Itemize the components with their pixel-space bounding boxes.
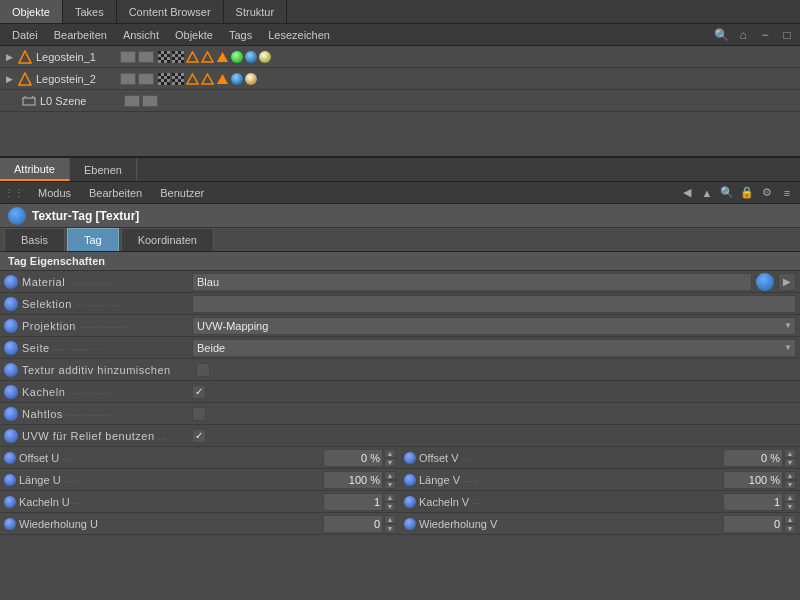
seite-select[interactable]: Beide Front Back — [192, 339, 796, 357]
menu-ansicht[interactable]: Ansicht — [115, 27, 167, 43]
ind-kacheln-u — [4, 496, 16, 508]
object-row-szene[interactable]: L0 Szene — [0, 90, 800, 112]
material-arrow-btn[interactable]: ▶ — [778, 273, 796, 291]
tag-tri-outline-1b[interactable] — [201, 51, 214, 63]
spin-up-wdh-u[interactable]: ▲ — [384, 515, 396, 524]
tag-tri-filled-1a[interactable] — [216, 51, 229, 63]
state-vis-szene[interactable] — [124, 95, 140, 107]
uvw-relief-checkbox[interactable] — [192, 429, 206, 443]
input-laenge-v[interactable] — [723, 471, 783, 489]
search-icon[interactable]: 🔍 — [712, 26, 730, 44]
tag-checker-2a[interactable] — [158, 73, 170, 85]
menu-lesezeichen[interactable]: Lesezeichen — [260, 27, 338, 43]
spin-wdh-v: ▲ ▼ — [784, 515, 796, 533]
input-kacheln-v[interactable] — [723, 493, 783, 511]
ind-kacheln-v — [404, 496, 416, 508]
menu-tags[interactable]: Tags — [221, 27, 260, 43]
section-tab-tag[interactable]: Tag — [67, 228, 119, 251]
state-vis-1[interactable] — [120, 51, 136, 63]
tag-checker-2b[interactable] — [172, 73, 184, 85]
state-lock-2[interactable] — [138, 73, 154, 85]
spin-dn-kacheln-u[interactable]: ▼ — [384, 502, 396, 511]
input-offset-u[interactable] — [323, 449, 383, 467]
label-laenge-v: Länge V ······ — [419, 474, 723, 486]
tag-tri-outline-1a[interactable] — [186, 51, 199, 63]
state-lock-1[interactable] — [138, 51, 154, 63]
object-row-legostein2[interactable]: ▶ Legostein_2 — [0, 68, 800, 90]
lock-icon[interactable]: 🔒 — [738, 184, 756, 202]
svg-marker-2 — [202, 52, 213, 62]
arrow-up-icon[interactable]: ▲ — [698, 184, 716, 202]
state-lock-szene[interactable] — [142, 95, 158, 107]
tag-ball-yellow-1[interactable] — [259, 51, 271, 63]
input-laenge-u[interactable] — [323, 471, 383, 489]
tag-ball-blue-2a[interactable] — [231, 73, 243, 85]
tag-ball-green-1[interactable] — [231, 51, 243, 63]
tab-content-browser[interactable]: Content Browser — [117, 0, 224, 23]
spin-up-offset-u[interactable]: ▲ — [384, 449, 396, 458]
state-vis-2[interactable] — [120, 73, 136, 85]
spin-dn-wdh-v[interactable]: ▼ — [784, 524, 796, 533]
textur-additiv-checkbox[interactable] — [196, 363, 210, 377]
input-wdh-u[interactable] — [323, 515, 383, 533]
material-input[interactable] — [192, 273, 752, 291]
tag-tri-outline-2b[interactable] — [201, 73, 214, 85]
expand-icon-2[interactable]: ▶ — [2, 74, 16, 84]
attr-benutzer[interactable]: Benutzer — [152, 185, 212, 201]
minus-icon[interactable]: − — [756, 26, 774, 44]
spin-up-laenge-u[interactable]: ▲ — [384, 471, 396, 480]
spin-dn-laenge-v[interactable]: ▼ — [784, 480, 796, 489]
tag-ball-orange-2[interactable] — [245, 73, 257, 85]
spin-up-offset-v[interactable]: ▲ — [784, 449, 796, 458]
object-row-legostein1[interactable]: ▶ Legostein_1 — [0, 46, 800, 68]
projektion-select[interactable]: UVW-Mapping Flat Cubic Spherical — [192, 317, 796, 335]
prop-label-kacheln: Kacheln ················ — [22, 386, 192, 398]
selektion-input[interactable] — [192, 295, 796, 313]
settings-icon[interactable]: ⚙ — [758, 184, 776, 202]
spin-dn-kacheln-v[interactable]: ▼ — [784, 502, 796, 511]
tag-checker-1[interactable] — [158, 51, 170, 63]
attr-bearbeiten[interactable]: Bearbeiten — [81, 185, 150, 201]
nahtlos-checkbox[interactable] — [192, 407, 206, 421]
kacheln-checkbox[interactable] — [192, 385, 206, 399]
attr-modus[interactable]: Modus — [30, 185, 79, 201]
spin-up-laenge-v[interactable]: ▲ — [784, 471, 796, 480]
input-kacheln-u[interactable] — [323, 493, 383, 511]
search-small-icon[interactable]: 🔍 — [718, 184, 736, 202]
tag-tri-outline-2a[interactable] — [186, 73, 199, 85]
tab-struktur[interactable]: Struktur — [224, 0, 288, 23]
sub-tab-ebenen[interactable]: Ebenen — [70, 158, 137, 181]
section-tab-basis[interactable]: Basis — [4, 228, 65, 251]
home-icon[interactable]: ⌂ — [734, 26, 752, 44]
spin-wdh-u: ▲ ▼ — [384, 515, 396, 533]
spin-up-kacheln-u[interactable]: ▲ — [384, 493, 396, 502]
tag-ball-blue-1[interactable] — [245, 51, 257, 63]
expand-icon-1[interactable]: ▶ — [2, 52, 16, 62]
input-wdh-v[interactable] — [723, 515, 783, 533]
arrow-left-icon[interactable]: ◀ — [678, 184, 696, 202]
sub-tab-attribute[interactable]: Attribute — [0, 158, 70, 181]
spin-dn-wdh-u[interactable]: ▼ — [384, 524, 396, 533]
prop-row-seite: Seite ················ Beide Front Back … — [0, 337, 800, 359]
prop-label-projektion: Projektion ················ — [22, 320, 192, 332]
rect-icon[interactable]: □ — [778, 26, 796, 44]
spin-dn-offset-v[interactable]: ▼ — [784, 458, 796, 467]
spin-up-wdh-v[interactable]: ▲ — [784, 515, 796, 524]
prop-label-material: Material ················ — [22, 276, 192, 288]
tag-header-text: Textur-Tag [Textur] — [32, 209, 139, 223]
gear-icon[interactable]: ≡ — [778, 184, 796, 202]
spin-up-kacheln-v[interactable]: ▲ — [784, 493, 796, 502]
material-color-btn[interactable] — [756, 273, 774, 291]
ind-offset-u — [4, 452, 16, 464]
tag-tri-filled-2a[interactable] — [216, 73, 229, 85]
tab-takes[interactable]: Takes — [63, 0, 117, 23]
menu-bearbeiten[interactable]: Bearbeiten — [46, 27, 115, 43]
input-offset-v[interactable] — [723, 449, 783, 467]
section-tab-koordinaten[interactable]: Koordinaten — [121, 228, 214, 251]
menu-objekte[interactable]: Objekte — [167, 27, 221, 43]
tab-objekte[interactable]: Objekte — [0, 0, 63, 23]
menu-datei[interactable]: Datei — [4, 27, 46, 43]
spin-dn-laenge-u[interactable]: ▼ — [384, 480, 396, 489]
spin-dn-offset-u[interactable]: ▼ — [384, 458, 396, 467]
tag-checker-1b[interactable] — [172, 51, 184, 63]
